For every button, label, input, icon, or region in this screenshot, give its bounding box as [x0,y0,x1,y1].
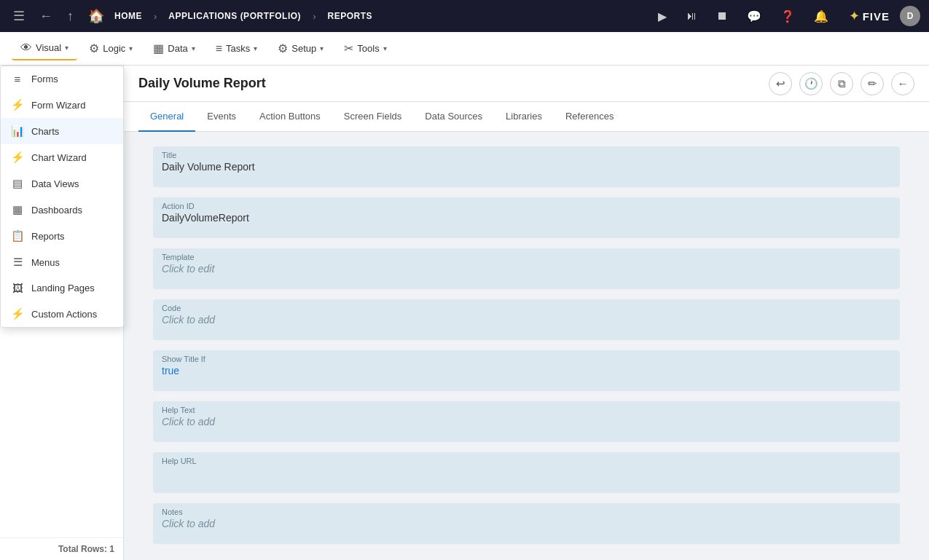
field-notes-placeholder: Click to add [162,518,891,529]
menu-item-dashboards[interactable]: ▦ Dashboards [1,197,123,223]
field-help-text-inner[interactable]: Help Text Click to add [153,401,900,442]
play-circle-icon[interactable]: ⏯ [681,7,702,25]
menu-data-views-label: Data Views [31,178,79,189]
data-icon: ▦ [153,42,164,55]
total-rows: Total Rows: 1 [58,544,114,554]
tab-references[interactable]: References [554,102,625,132]
field-template-label: Template [162,253,891,261]
field-action-id: Action ID DailyVolumeReport [153,197,900,238]
toolbar-data[interactable]: ▦ Data ▾ [144,37,203,60]
breadcrumb-applications[interactable]: APPLICATIONS (PORTFOLIO) [168,11,301,21]
form-wizard-icon: ⚡ [11,98,24,111]
field-template-inner[interactable]: Template Click to edit [153,248,900,289]
field-code-placeholder: Click to add [162,314,891,326]
action-edit-btn[interactable]: ✏ [861,72,884,95]
field-title-inner[interactable]: Title Daily Volume Report [153,146,900,187]
dashboards-icon: ▦ [11,203,24,216]
menu-item-form-wizard[interactable]: ⚡ Form Wizard [1,92,123,118]
field-show-title-if-value: true [162,365,891,376]
menu-custom-actions-label: Custom Actions [31,309,97,320]
hamburger-icon[interactable]: ☰ [9,5,29,27]
avatar[interactable]: D [900,6,920,26]
visual-icon: 👁 [20,42,32,55]
field-code: Code Click to add [153,299,900,340]
menu-item-reports[interactable]: 📋 Reports [1,223,123,249]
tab-action-buttons[interactable]: Action Buttons [248,102,332,132]
second-toolbar: 👁 Visual ▾ ⚙ Logic ▾ ▦ Data ▾ ≡ Tasks ▾ … [0,32,929,66]
play-icon[interactable]: ▶ [654,7,671,26]
sidebar-footer: Total Rows: 1 [0,537,123,560]
breadcrumb-arrow-2: › [313,11,315,22]
five-logo-star: ✦ [849,8,860,24]
chat-icon[interactable]: 💬 [742,7,766,26]
menu-item-chart-wizard[interactable]: ⚡ Chart Wizard [1,144,123,170]
help-icon[interactable]: ❓ [776,7,799,26]
toolbar-tasks[interactable]: ≡ Tasks ▾ [207,38,267,60]
data-chevron: ▾ [192,44,195,52]
bell-icon[interactable]: 🔔 [810,7,833,26]
action-history-btn[interactable]: 🕐 [799,72,823,95]
content-header: Daily Volume Report ↩ 🕐 ⧉ ✏ ← [124,66,929,102]
five-logo: ✦ FIVE [849,8,890,24]
menu-item-data-views[interactable]: ▤ Data Views [1,170,123,197]
top-nav: ☰ ← ↑ 🏠 HOME › APPLICATIONS (PORTFOLIO) … [0,0,929,32]
form-area: Title Daily Volume Report Action ID Dail… [124,132,929,560]
field-code-inner[interactable]: Code Click to add [153,299,900,340]
forms-icon: ≡ [11,73,24,85]
tab-general[interactable]: General [138,102,195,132]
field-notes-inner[interactable]: Notes Click to add [153,503,900,544]
field-action-id-inner[interactable]: Action ID DailyVolumeReport [153,197,900,238]
field-code-label: Code [162,304,891,312]
tab-screen-fields[interactable]: Screen Fields [332,102,413,132]
menu-item-charts[interactable]: 📊 Charts [1,118,123,144]
field-action-id-value: DailyVolumeReport [162,212,891,224]
stop-icon[interactable]: ⏹ [712,7,732,25]
field-notes-label: Notes [162,508,891,516]
tasks-chevron: ▾ [254,44,257,52]
menu-chart-wizard-label: Chart Wizard [31,152,87,163]
reports-icon: 📋 [11,229,24,242]
toolbar-logic-label: Logic [103,43,125,54]
menu-item-custom-actions[interactable]: ⚡ Custom Actions [1,301,123,327]
breadcrumb-reports[interactable]: REPORTS [327,11,372,21]
back-icon[interactable]: ← [35,6,57,27]
tab-data-sources[interactable]: Data Sources [413,102,494,132]
forward-icon[interactable]: ↑ [63,6,78,27]
field-help-text: Help Text Click to add [153,401,900,442]
field-notes: Notes Click to add [153,503,900,544]
toolbar-logic[interactable]: ⚙ Logic ▾ [80,37,141,60]
field-show-title-if-inner[interactable]: Show Title If true [153,350,900,391]
toolbar-setup[interactable]: ⚙ Setup ▾ [269,37,332,60]
tab-events[interactable]: Events [195,102,248,132]
breadcrumb-home[interactable]: HOME [114,11,142,21]
menu-landing-pages-label: Landing Pages [31,283,95,293]
right-content: Daily Volume Report ↩ 🕐 ⧉ ✏ ← General Ev… [124,66,929,560]
data-views-icon: ▤ [11,177,24,190]
menu-item-landing-pages[interactable]: 🖼 Landing Pages [1,275,123,301]
toolbar-setup-label: Setup [291,43,316,54]
action-close-btn[interactable]: ← [891,72,914,95]
toolbar-visual[interactable]: 👁 Visual ▾ [12,37,77,60]
toolbar-tools[interactable]: ✂ Tools ▾ [335,37,395,60]
custom-actions-icon: ⚡ [11,307,24,320]
field-help-url: Help URL [153,452,900,493]
menu-item-forms[interactable]: ≡ Forms [1,66,123,92]
tasks-icon: ≡ [216,42,222,55]
tab-libraries[interactable]: Libraries [494,102,554,132]
field-show-title-if-label: Show Title If [162,355,891,363]
field-help-url-inner[interactable]: Help URL [153,452,900,493]
field-help-url-label: Help URL [162,457,891,465]
menu-forms-label: Forms [31,74,58,84]
field-template-placeholder: Click to edit [162,263,891,275]
toolbar-tools-label: Tools [357,43,379,54]
charts-icon: 📊 [11,125,24,138]
menu-item-menus[interactable]: ☰ Menus [1,249,123,275]
header-actions: ↩ 🕐 ⧉ ✏ ← [769,72,914,95]
home-icon[interactable]: 🏠 [84,5,109,27]
field-title-label: Title [162,151,891,159]
action-back-btn[interactable]: ↩ [769,72,792,95]
landing-pages-icon: 🖼 [11,282,24,294]
menu-dashboards-label: Dashboards [31,205,82,216]
action-copy-btn[interactable]: ⧉ [830,72,853,95]
tools-chevron: ▾ [383,44,387,52]
